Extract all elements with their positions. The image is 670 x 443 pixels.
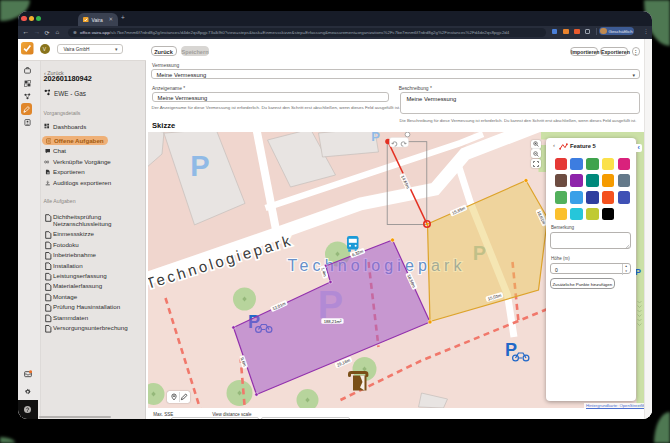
svg-text:188,21m²: 188,21m² — [323, 319, 341, 324]
svg-text:P: P — [190, 150, 209, 182]
svg-text:P: P — [505, 340, 517, 360]
svg-text:P: P — [371, 132, 380, 144]
